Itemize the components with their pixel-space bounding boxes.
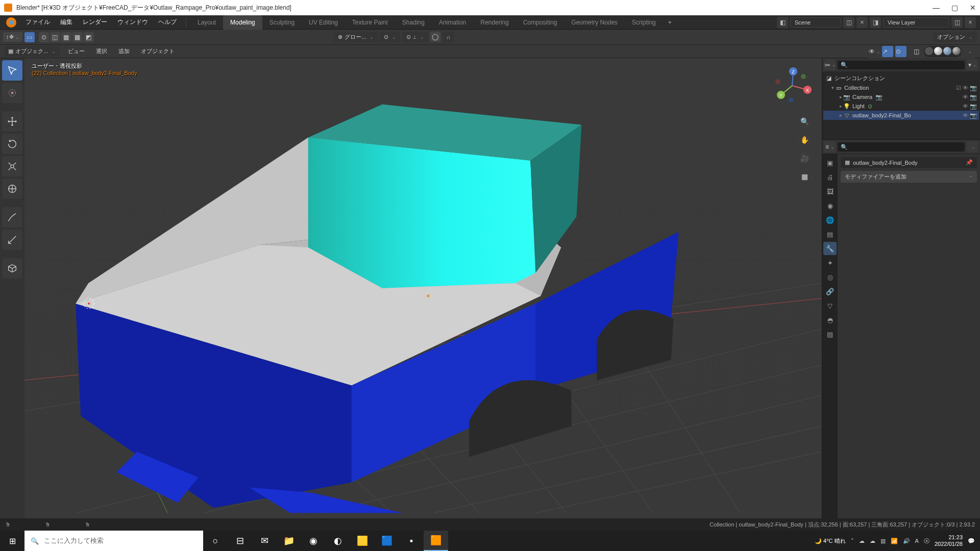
- tb-vscode-icon[interactable]: 🟦: [375, 531, 399, 551]
- snap-active-icon[interactable]: ◩: [84, 32, 94, 42]
- scene-del-icon[interactable]: ×: [856, 17, 868, 28]
- tb-cortana-icon[interactable]: ○: [203, 531, 228, 551]
- menu-help[interactable]: ヘルプ: [153, 16, 182, 29]
- tray-ime-icon[interactable]: A: [915, 538, 919, 544]
- tb-mail-icon[interactable]: ✉: [252, 531, 277, 551]
- workspace-tab-shading[interactable]: Shading: [395, 15, 432, 30]
- tool-scale[interactable]: [2, 156, 22, 177]
- snap-median-icon[interactable]: ▩: [72, 32, 83, 42]
- select-box-icon[interactable]: ▭: [24, 32, 35, 42]
- menu-file[interactable]: ファイル: [20, 16, 55, 29]
- ptab-modifier[interactable]: 🔧: [823, 242, 837, 255]
- snap-center-icon[interactable]: ▦: [61, 32, 71, 42]
- tree-item-light[interactable]: ▸ 💡Light ⊙ 👁 📷: [823, 102, 979, 111]
- outliner-display-dropdown[interactable]: ≔: [824, 59, 836, 70]
- hdr-add[interactable]: 追加: [115, 46, 133, 56]
- overlays-dropdown[interactable]: ⊙: [895, 46, 906, 57]
- workspace-tab-geometry-nodes[interactable]: Geometry Nodes: [564, 15, 625, 30]
- tool-rotate[interactable]: [2, 134, 22, 154]
- workspace-tab-uv-editing[interactable]: UV Editing: [302, 15, 345, 30]
- workspace-tab-scripting[interactable]: Scripting: [625, 15, 663, 30]
- tree-collection[interactable]: ▾ ▭Collection ☑ 👁 📷: [823, 83, 979, 92]
- workspace-tab-texture-paint[interactable]: Texture Paint: [345, 15, 395, 30]
- tray-volume-icon[interactable]: 🔊: [903, 538, 910, 544]
- workspace-tab-rendering[interactable]: Rendering: [473, 15, 516, 30]
- tb-explorer-icon[interactable]: 📁: [277, 531, 301, 551]
- workspace-tab-modeling[interactable]: Modeling: [223, 15, 262, 30]
- ptab-viewlayer[interactable]: 🖼: [823, 185, 837, 198]
- tree-item-outlaw-body[interactable]: ▸ ▽outlaw_body2-Final_Bo 👁 📷: [823, 111, 979, 120]
- shading-wire-icon[interactable]: [925, 47, 933, 55]
- tb-clock[interactable]: 21:23 2022/01/28: [935, 534, 963, 547]
- ptab-mesh[interactable]: ▽: [823, 299, 837, 312]
- menu-edit[interactable]: 編集: [55, 16, 78, 29]
- shading-render-icon[interactable]: [952, 47, 961, 55]
- start-button[interactable]: ⊞: [0, 531, 24, 551]
- persp-ortho-icon[interactable]: ▦: [797, 169, 812, 184]
- snap-bbox-icon[interactable]: ◫: [50, 32, 60, 42]
- pivot-dropdown[interactable]: ⊙: [380, 32, 400, 42]
- scene-name-input[interactable]: Scene: [790, 17, 841, 28]
- camera-view-icon[interactable]: 🎥: [797, 151, 812, 165]
- maximize-button[interactable]: ▢: [951, 5, 958, 11]
- tb-app1-icon[interactable]: ◐: [326, 531, 350, 551]
- menu-window[interactable]: ウィンドウ: [112, 16, 153, 29]
- tray-onedrive-icon[interactable]: ☁: [859, 538, 865, 544]
- tb-weather[interactable]: 🌙 4°C 晴れ: [815, 537, 846, 545]
- tray-cloud-icon[interactable]: ☁: [870, 538, 875, 544]
- shading-options-icon[interactable]: [964, 46, 975, 57]
- minimize-button[interactable]: —: [933, 5, 939, 11]
- ptab-output[interactable]: 🖨: [823, 170, 837, 184]
- outliner-filter-dropdown[interactable]: ▾: [967, 59, 978, 70]
- visibility-dropdown[interactable]: 👁: [869, 46, 880, 57]
- tool-add-cube[interactable]: [2, 258, 22, 279]
- xray-icon[interactable]: ◫: [911, 46, 922, 57]
- ptab-render[interactable]: ▣: [823, 156, 837, 169]
- layer-del-icon[interactable]: ×: [965, 17, 976, 28]
- workspace-tab-compositing[interactable]: Compositing: [516, 15, 565, 30]
- interaction-mode-dropdown[interactable]: ↕✥: [3, 32, 22, 42]
- scene-new-icon[interactable]: ◫: [843, 17, 854, 28]
- snap-origin-icon[interactable]: ⊙: [39, 32, 49, 42]
- prop-edit-icon[interactable]: ◯: [430, 32, 440, 42]
- tray-close-icon[interactable]: ⓧ: [924, 537, 929, 545]
- tree-scene-collection[interactable]: ◪シーンコレクション: [823, 73, 979, 83]
- tray-chevron-icon[interactable]: ˄: [851, 538, 854, 544]
- tb-notifications-icon[interactable]: 💬: [968, 538, 975, 544]
- transform-orientation-dropdown[interactable]: ⊕ グロー...: [334, 32, 378, 42]
- browse-layer-icon[interactable]: ◨: [870, 17, 881, 28]
- workspace-tab-sculpting[interactable]: Sculpting: [262, 15, 302, 30]
- shading-solid-icon[interactable]: [934, 47, 942, 55]
- tb-app2-icon[interactable]: 🟨: [350, 531, 375, 551]
- ptab-physics[interactable]: ◎: [823, 270, 837, 284]
- outliner-search-input[interactable]: 🔍: [838, 61, 965, 69]
- tool-select-box[interactable]: [2, 60, 22, 81]
- workspace-tab-animation[interactable]: Animation: [432, 15, 473, 30]
- close-button[interactable]: ✕: [970, 5, 976, 11]
- taskbar-search[interactable]: 🔍 ここに入力して検索: [24, 531, 203, 551]
- zoom-icon[interactable]: 🔍: [797, 114, 812, 129]
- tool-transform[interactable]: [2, 179, 22, 199]
- hdr-view[interactable]: ビュー: [65, 46, 88, 56]
- prop-falloff-dropdown[interactable]: ∩: [443, 32, 455, 42]
- tool-cursor[interactable]: [2, 83, 22, 103]
- hdr-select[interactable]: 選択: [93, 46, 110, 56]
- ptab-scene[interactable]: ◉: [823, 199, 837, 212]
- workspace-add-button[interactable]: +: [663, 16, 677, 29]
- tb-taskview-icon[interactable]: ⊟: [228, 531, 252, 551]
- properties-search-input[interactable]: [838, 142, 965, 152]
- ptab-material[interactable]: ◓: [823, 313, 837, 327]
- tree-item-camera[interactable]: ▸ 📷Camera 📷 👁 📷: [823, 92, 979, 102]
- options-dropdown[interactable]: オプション: [933, 32, 977, 42]
- tray-wifi-icon[interactable]: 📶: [891, 538, 898, 544]
- tray-app-icon[interactable]: ▥: [880, 538, 886, 544]
- viewlayer-input[interactable]: View Layer: [883, 17, 949, 28]
- ptab-world[interactable]: 🌐: [823, 213, 837, 227]
- ptab-object[interactable]: ▤: [823, 228, 837, 241]
- tb-blender-icon[interactable]: 🟧: [424, 531, 448, 551]
- add-modifier-dropdown[interactable]: モディファイアーを追加: [841, 171, 977, 183]
- tool-move[interactable]: [2, 111, 22, 132]
- tool-measure[interactable]: [2, 230, 22, 250]
- tb-terminal-icon[interactable]: ▪: [399, 531, 424, 551]
- tool-annotate[interactable]: [2, 207, 22, 228]
